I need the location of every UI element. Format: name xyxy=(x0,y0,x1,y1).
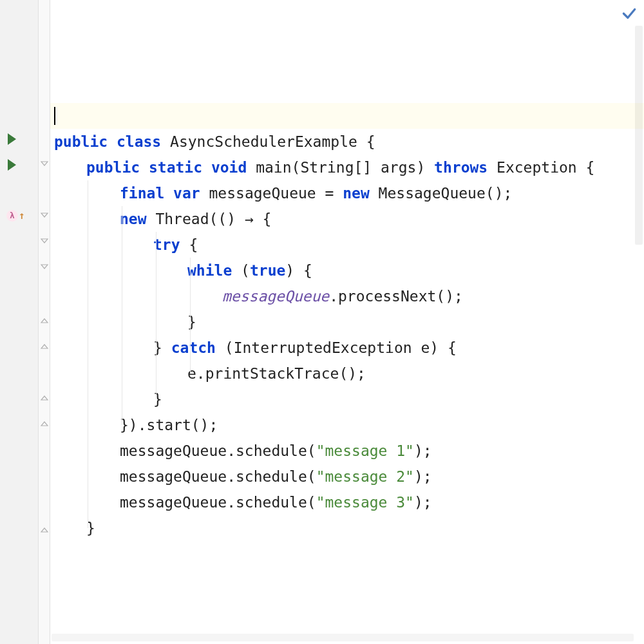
horizontal-scrollbar[interactable] xyxy=(52,634,634,641)
code-line: try { xyxy=(50,232,644,258)
fold-toggle[interactable] xyxy=(41,525,48,533)
lambda-icon[interactable]: λ↑ xyxy=(6,209,25,222)
code-line: messageQueue.schedule("message 1"); xyxy=(50,438,644,464)
run-class-icon[interactable] xyxy=(8,133,16,145)
code-line: new Thread(() → { xyxy=(50,206,644,232)
fold-toggle[interactable] xyxy=(41,393,48,401)
code-line: messageQueue.schedule("message 3"); xyxy=(50,489,644,515)
code-line: } xyxy=(50,515,644,541)
fold-gutter xyxy=(39,0,50,644)
fold-toggle[interactable] xyxy=(41,238,48,246)
vertical-scrollbar[interactable] xyxy=(635,26,643,245)
fold-toggle[interactable] xyxy=(41,213,48,220)
code-line: messageQueue.processNext(); xyxy=(50,283,644,309)
fold-toggle[interactable] xyxy=(41,161,48,169)
code-line: messageQueue.schedule("message 2"); xyxy=(50,464,644,489)
code-line: while (true) { xyxy=(50,258,644,283)
fold-toggle[interactable] xyxy=(41,264,48,272)
current-line xyxy=(50,103,644,129)
text-caret xyxy=(54,107,55,125)
fold-toggle[interactable] xyxy=(41,419,48,426)
run-main-icon[interactable] xyxy=(8,159,16,171)
code-line: } xyxy=(50,386,644,412)
code-line: public static void main(String[] args) t… xyxy=(50,155,644,180)
code-line: } xyxy=(50,309,644,335)
fold-toggle[interactable] xyxy=(41,341,48,349)
left-gutter: λ↑ xyxy=(0,0,39,644)
code-editor[interactable]: public class AsyncSchedulerExample { pub… xyxy=(50,0,644,644)
code-line: final var messageQueue = new MessageQueu… xyxy=(50,180,644,206)
code-line: } catch (InterruptedException e) { xyxy=(50,335,644,361)
code-line xyxy=(50,52,644,77)
code-line: }).start(); xyxy=(50,412,644,438)
code-line xyxy=(50,0,644,26)
code-line xyxy=(50,77,644,103)
fold-toggle[interactable] xyxy=(41,316,48,323)
code-line: e.printStackTrace(); xyxy=(50,361,644,386)
code-line xyxy=(50,26,644,52)
code-line: public class AsyncSchedulerExample { xyxy=(50,129,644,155)
inspection-ok-icon[interactable] xyxy=(621,5,638,26)
